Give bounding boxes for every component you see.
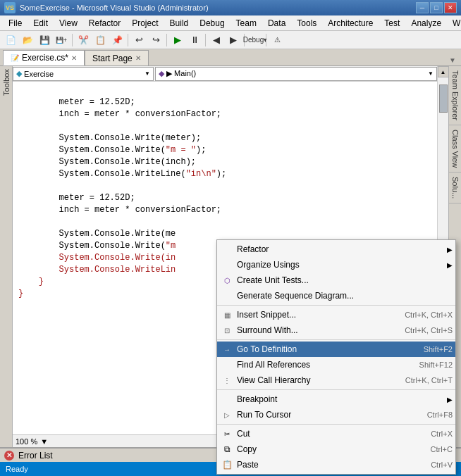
open-btn[interactable]: 📂 (20, 32, 35, 48)
ctx-paste-shortcut: Ctrl+V (431, 461, 453, 469)
tab-exercise[interactable]: 📝 Exercise.cs* ✕ (3, 50, 85, 65)
toolbox-panel[interactable]: Toolbox (0, 66, 13, 447)
ctx-cut-shortcut: Ctrl+X (431, 430, 453, 438)
redo-btn[interactable]: ↪ (148, 32, 164, 48)
toolbar: 📄 📂 💾 💾+ ✂️ 📋 📌 ↩ ↪ ▶ ⏸ ◀ ▶ Debug▾ ⚠ (0, 31, 461, 49)
ctx-run-to-cursor[interactable]: ▷ Run To Cursor Ctrl+F8 (217, 407, 455, 422)
menu-architecture[interactable]: Architecture (322, 17, 379, 30)
scroll-up-btn[interactable]: ▲ (438, 66, 449, 77)
menu-edit[interactable]: Edit (27, 17, 54, 30)
maximize-button[interactable]: □ (430, 2, 443, 13)
new-project-btn[interactable]: 📄 (3, 32, 18, 48)
error-list-label: Error List (18, 451, 53, 461)
error-icon: ✕ (4, 451, 14, 461)
debug-start-btn[interactable]: ▶ (170, 32, 185, 48)
error-list-btn[interactable]: ⚠ (269, 32, 285, 48)
copy-btn[interactable]: 📋 (92, 32, 108, 48)
menu-view[interactable]: View (54, 17, 83, 30)
menu-test[interactable]: Test (379, 17, 405, 30)
ctx-paste[interactable]: 📋 Paste Ctrl+V (217, 457, 455, 472)
ctx-copy-shortcut: Ctrl+C (431, 445, 453, 453)
nav-fwd-btn[interactable]: ▶ (226, 32, 241, 48)
close-button[interactable]: ✕ (444, 2, 457, 13)
ctx-gen-sequence-label: Generate Sequence Diagram... (237, 291, 354, 301)
ctx-breakpoint[interactable]: Breakpoint ▶ (217, 392, 455, 407)
copy-icon: ⧉ (221, 444, 233, 455)
method-dropdown[interactable]: ◆ ▶ Main() ▼ (155, 67, 437, 81)
ctx-go-to-definition[interactable]: → Go To Definition Shift+F2 (217, 342, 455, 357)
menu-debug[interactable]: Debug (194, 17, 230, 30)
ctx-create-unit-tests[interactable]: ⬡ Create Unit Tests... (217, 273, 455, 288)
ctx-copy[interactable]: ⧉ Copy Ctrl+C (217, 441, 455, 457)
ctx-view-call-hierarchy[interactable]: ⋮ View Call Hierarchy Ctrl+K, Ctrl+T (217, 372, 455, 388)
ctx-insert-snippet-label: Insert Snippet... (237, 310, 296, 320)
minimize-button[interactable]: ─ (416, 2, 429, 13)
solution-cfg-btn[interactable]: Debug▾ (247, 32, 263, 48)
call-hierarchy-icon: ⋮ (221, 375, 233, 386)
class-dropdown[interactable]: ◆ Exercise ▼ (13, 67, 154, 81)
team-explorer-tab[interactable]: Team Explorer (449, 66, 461, 125)
nav-back-btn[interactable]: ◀ (209, 32, 224, 48)
go-to-def-icon: → (221, 344, 233, 355)
debug-pause-btn[interactable]: ⏸ (187, 32, 202, 48)
ctx-organize-arrow: ▶ (447, 261, 453, 269)
menu-build[interactable]: Build (164, 17, 195, 30)
toolbar-sep-3 (166, 34, 167, 46)
tab-scroll-area: ▼ (447, 54, 458, 65)
menu-tools[interactable]: Tools (291, 17, 322, 30)
title-bar: VS SomeExercise - Microsoft Visual Studi… (0, 0, 461, 15)
save-all-btn[interactable]: 💾+ (54, 32, 69, 48)
menu-bar: File Edit View Refactor Project Build De… (0, 15, 461, 31)
nav-bar: ◆ Exercise ▼ ◆ ▶ Main() ▼ (13, 66, 437, 82)
menu-analyze[interactable]: Analyze (405, 17, 447, 30)
tab-start-page[interactable]: Start Page ✕ (85, 50, 149, 65)
menu-refactor[interactable]: Refactor (83, 17, 126, 30)
ctx-sep-1 (217, 305, 455, 306)
menu-team[interactable]: Team (230, 17, 262, 30)
tab-exercise-label: Exercise.cs* (22, 53, 68, 63)
insert-snippet-icon: ▦ (221, 309, 233, 320)
cut-icon: ✂ (221, 428, 233, 439)
ctx-surround-label: Surround With... (237, 325, 298, 335)
class-dropdown-arrow: ▼ (145, 70, 150, 77)
ctx-surround-with[interactable]: ⊡ Surround With... Ctrl+K, Ctrl+S (217, 322, 455, 338)
toolbar-sep-1 (72, 34, 73, 46)
ctx-refactor[interactable]: Refactor ▶ (217, 242, 455, 257)
cut-btn[interactable]: ✂️ (75, 32, 91, 48)
ctx-sep-4 (217, 424, 455, 425)
ctx-generate-sequence[interactable]: Generate Sequence Diagram... (217, 288, 455, 303)
ctx-insert-snippet[interactable]: ▦ Insert Snippet... Ctrl+K, Ctrl+X (217, 307, 455, 322)
menu-project[interactable]: Project (126, 17, 164, 30)
ctx-run-cursor-shortcut: Ctrl+F8 (427, 411, 453, 419)
undo-btn[interactable]: ↩ (131, 32, 147, 48)
scroll-thumb[interactable] (439, 84, 448, 113)
ctx-cut[interactable]: ✂ Cut Ctrl+X (217, 426, 455, 441)
ctx-sep-3 (217, 389, 455, 390)
window-title: SomeExercise - Microsoft Visual Studio (… (20, 4, 209, 12)
menu-data[interactable]: Data (262, 17, 291, 30)
tab-start-close[interactable]: ✕ (135, 54, 141, 62)
ctx-organize-usings[interactable]: Organize Usings ▶ (217, 257, 455, 273)
toolbox-label: Toolbox (2, 69, 11, 96)
method-dropdown-value: ▶ Main() (166, 69, 196, 78)
create-tests-icon: ⬡ (221, 275, 233, 286)
tab-bar: 📝 Exercise.cs* ✕ Start Page ✕ ▼ (0, 49, 461, 66)
toolbar-sep-6 (266, 34, 266, 46)
tab-scroll-right[interactable]: ▼ (447, 54, 458, 65)
save-btn[interactable]: 💾 (37, 32, 52, 48)
ctx-paste-label: Paste (237, 460, 259, 470)
tab-exercise-close[interactable]: ✕ (71, 54, 77, 62)
ctx-call-hierarchy-shortcut: Ctrl+K, Ctrl+T (405, 376, 453, 384)
menu-file[interactable]: File (3, 17, 27, 30)
class-view-tab[interactable]: Class View (449, 125, 461, 173)
zoom-value: 100 % (16, 437, 37, 446)
ctx-run-cursor-label: Run To Cursor (237, 410, 291, 420)
status-ready: Ready (6, 465, 28, 473)
ctx-find-all-refs[interactable]: Find All References Shift+F12 (217, 357, 455, 372)
solution-explorer-tab[interactable]: Solu... (449, 173, 461, 203)
menu-window[interactable]: Window (447, 17, 461, 30)
paste-btn[interactable]: 📌 (109, 32, 125, 48)
ctx-refactor-label: Refactor (237, 244, 269, 254)
zoom-dropdown-arrow[interactable]: ▼ (40, 437, 48, 446)
ctx-call-hierarchy-label: View Call Hierarchy (237, 375, 310, 385)
